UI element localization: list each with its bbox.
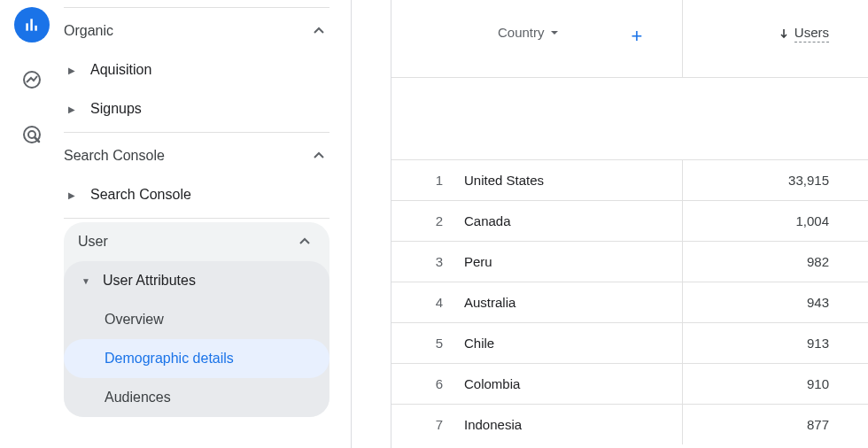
explore-icon[interactable] <box>14 62 50 97</box>
row-users: 877 <box>683 417 868 432</box>
leaf-label: Demographic details <box>105 351 234 367</box>
row-users: 913 <box>683 336 868 351</box>
row-index: 3 <box>391 254 464 269</box>
user-attributes-group: ▼ User Attributes Overview Demographic d… <box>64 261 329 417</box>
section-search-console[interactable]: Search Console <box>64 136 329 175</box>
triangle-right-icon: ▶ <box>64 66 80 75</box>
row-index: 2 <box>391 213 464 228</box>
table-row[interactable]: 3Peru982 <box>391 241 868 282</box>
table-row[interactable]: 6Colombia910 <box>391 363 868 404</box>
chevron-up-icon <box>294 231 315 252</box>
nav-label: Search Console <box>90 187 191 203</box>
table-row[interactable]: 7Indonesia877 <box>391 404 868 444</box>
row-country: United States <box>464 160 683 200</box>
svg-rect-1 <box>30 19 33 30</box>
nav-signups[interactable]: ▶ Signups <box>64 89 329 128</box>
triangle-right-icon: ▶ <box>64 104 80 114</box>
dimension-label: Country <box>498 25 545 40</box>
dimension-picker[interactable]: Country <box>498 25 559 40</box>
table-row[interactable]: 2Canada1,004 <box>391 200 868 241</box>
dimension-column-header: Country + <box>391 0 683 77</box>
triangle-down-icon: ▼ <box>78 276 94 286</box>
row-users: 982 <box>683 254 868 269</box>
row-country: Australia <box>464 282 683 322</box>
arrow-down-icon <box>779 28 789 39</box>
nav-search-console[interactable]: ▶ Search Console <box>64 175 329 214</box>
leaf-audiences[interactable]: Audiences <box>64 378 329 417</box>
divider <box>64 7 329 8</box>
metric-column-header: Users <box>683 0 868 77</box>
caret-down-icon <box>550 28 559 37</box>
leaf-demographic-details[interactable]: Demographic details <box>64 339 329 378</box>
chevron-up-icon <box>308 145 329 166</box>
nav-label: Aquisition <box>90 62 151 78</box>
row-country: Canada <box>464 201 683 241</box>
triangle-right-icon: ▶ <box>64 190 80 200</box>
table-row[interactable]: 1United States33,915 <box>391 159 868 200</box>
row-users: 943 <box>683 295 868 310</box>
row-index: 6 <box>391 376 464 391</box>
svg-rect-0 <box>26 23 28 30</box>
row-index: 5 <box>391 336 464 351</box>
nav-user-attributes[interactable]: ▼ User Attributes <box>64 261 329 300</box>
section-label: User <box>78 234 294 250</box>
add-dimension-button[interactable]: + <box>632 25 643 48</box>
chevron-up-icon <box>308 20 329 42</box>
nav-label: User Attributes <box>103 273 196 289</box>
sidebar: Organic ▶ Aquisition ▶ Signups Search Co… <box>64 0 352 448</box>
nav-label: Signups <box>90 101 142 117</box>
reports-icon[interactable] <box>14 7 50 42</box>
table-header: Country + Users <box>391 0 868 78</box>
row-country: Chile <box>464 323 683 363</box>
row-users: 1,004 <box>683 213 868 228</box>
section-user-wrapper: User ▼ User Attributes Overview Demograp… <box>64 222 329 417</box>
row-users: 910 <box>683 376 868 391</box>
section-user[interactable]: User <box>64 222 329 261</box>
gap <box>352 0 391 448</box>
sort-users[interactable]: Users <box>779 25 829 42</box>
content: Country + Users 1United States33,9152Can… <box>391 0 868 448</box>
section-organic[interactable]: Organic <box>64 12 329 50</box>
icon-rail <box>0 0 64 448</box>
divider <box>64 132 329 133</box>
header-spacer <box>391 78 868 159</box>
row-country: Peru <box>464 242 683 282</box>
leaf-label: Overview <box>105 312 164 328</box>
leaf-label: Audiences <box>105 390 171 406</box>
row-users: 33,915 <box>683 173 868 188</box>
row-index: 4 <box>391 295 464 310</box>
row-country: Indonesia <box>464 405 683 444</box>
table-row[interactable]: 5Chile913 <box>391 322 868 363</box>
row-country: Colombia <box>464 364 683 404</box>
table-row[interactable]: 4Australia943 <box>391 282 868 322</box>
row-index: 7 <box>391 417 464 432</box>
section-label: Search Console <box>64 148 308 164</box>
nav-acquisition[interactable]: ▶ Aquisition <box>64 50 329 89</box>
table-body: 1United States33,9152Canada1,0043Peru982… <box>391 159 868 444</box>
svg-rect-2 <box>35 26 37 31</box>
divider <box>64 218 329 219</box>
row-index: 1 <box>391 173 464 188</box>
advertising-icon[interactable] <box>14 117 50 152</box>
section-label: Organic <box>64 23 308 39</box>
leaf-overview[interactable]: Overview <box>64 300 329 339</box>
metric-label: Users <box>794 25 829 42</box>
